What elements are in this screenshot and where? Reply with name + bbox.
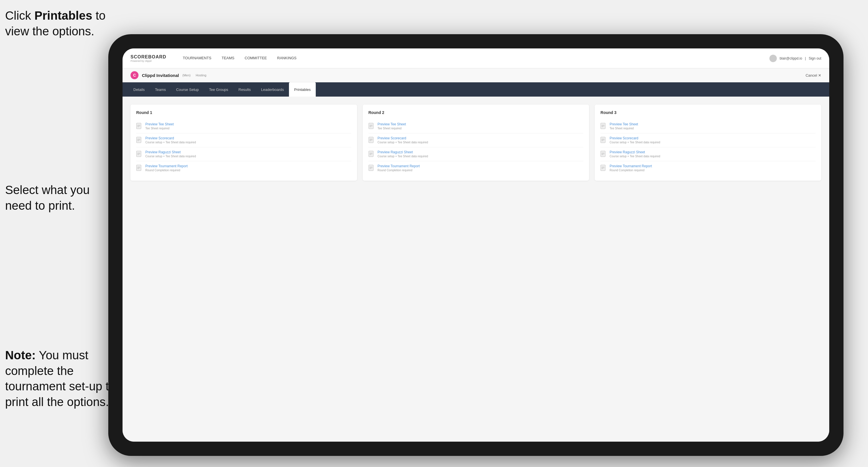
round-1-scorecard[interactable]: Preview Scorecard Course setup + Tee She… — [136, 133, 351, 147]
round-2-scorecard[interactable]: Preview Scorecard Course setup + Tee She… — [368, 133, 584, 147]
doc-icon-r2-4 — [368, 165, 375, 172]
instruction-top-text: Click Printables to view the options. — [5, 9, 105, 38]
main-content: Round 1 Preview Tee Sheet Tee Sheet requ… — [123, 97, 829, 442]
sign-out-link[interactable]: Sign out — [809, 56, 821, 60]
round-1-column: Round 1 Preview Tee Sheet Tee Sheet requ… — [130, 104, 357, 181]
round-3-scorecard-subtitle: Course setup + Tee Sheet data required — [610, 141, 660, 144]
nav-rankings[interactable]: RANKINGS — [272, 49, 302, 68]
instruction-top: Click Printables to view the options. — [5, 8, 111, 39]
round-1-scorecard-text: Preview Scorecard Course setup + Tee She… — [145, 136, 196, 144]
round-2-report-subtitle: Round Completion required — [378, 169, 420, 172]
doc-icon-r3-4 — [600, 165, 607, 172]
doc-icon-r2-2 — [368, 137, 375, 144]
nav-committee[interactable]: COMMITTEE — [240, 49, 272, 68]
round-1-tee-sheet-title[interactable]: Preview Tee Sheet — [145, 122, 174, 126]
subnav-results[interactable]: Results — [234, 82, 256, 97]
doc-icon-2 — [136, 137, 143, 144]
round-3-raguzzi-title[interactable]: Preview Raguzzi Sheet — [610, 150, 660, 154]
tournament-status: Hosting — [196, 73, 206, 77]
round-3-report-subtitle: Round Completion required — [610, 169, 652, 172]
top-nav: SCOREBOARD Powered by clippd TOURNAMENTS… — [123, 49, 829, 68]
doc-icon-r2-3 — [368, 151, 375, 158]
round-1-raguzzi-text: Preview Raguzzi Sheet Course setup + Tee… — [145, 150, 196, 158]
round-1-tournament-report[interactable]: Preview Tournament Report Round Completi… — [136, 161, 351, 175]
clippd-logo: C — [130, 71, 138, 79]
round-1-tee-sheet[interactable]: Preview Tee Sheet Tee Sheet required — [136, 119, 351, 133]
tablet-screen: SCOREBOARD Powered by clippd TOURNAMENTS… — [123, 49, 829, 442]
instruction-mid-text: Select what you need to print. — [5, 183, 90, 212]
tablet-frame: SCOREBOARD Powered by clippd TOURNAMENTS… — [108, 34, 843, 456]
separator: | — [805, 56, 806, 60]
round-3-tee-sheet-title[interactable]: Preview Tee Sheet — [610, 122, 638, 126]
doc-icon-r2-1 — [368, 123, 375, 130]
doc-icon-r3-2 — [600, 137, 607, 144]
round-3-report-title[interactable]: Preview Tournament Report — [610, 164, 652, 168]
round-2-tee-sheet-subtitle: Tee Sheet required — [378, 127, 406, 130]
round-2-raguzzi[interactable]: Preview Raguzzi Sheet Course setup + Tee… — [368, 147, 584, 161]
round-1-report-text: Preview Tournament Report Round Completi… — [145, 164, 188, 172]
doc-icon-3 — [136, 151, 143, 158]
tournament-header: C Clippd Invitational (Men) Hosting Canc… — [123, 68, 829, 82]
round-1-raguzzi-subtitle: Course setup + Tee Sheet data required — [145, 155, 196, 158]
round-1-raguzzi-title[interactable]: Preview Raguzzi Sheet — [145, 150, 196, 154]
round-2-report-title[interactable]: Preview Tournament Report — [378, 164, 420, 168]
user-avatar — [769, 55, 777, 62]
instruction-mid: Select what you need to print. — [5, 182, 111, 213]
round-1-scorecard-subtitle: Course setup + Tee Sheet data required — [145, 141, 196, 144]
user-email: blair@clippd.io — [780, 56, 802, 60]
subnav-printables[interactable]: Printables — [289, 82, 316, 97]
nav-teams[interactable]: TEAMS — [217, 49, 240, 68]
doc-icon-r3-1 — [600, 123, 607, 130]
subnav-course-setup[interactable]: Course Setup — [171, 82, 204, 97]
doc-icon-r3-3 — [600, 151, 607, 158]
logo-title: SCOREBOARD — [130, 55, 166, 60]
round-2-scorecard-title[interactable]: Preview Scorecard — [378, 136, 428, 140]
logo-sub: Powered by clippd — [130, 60, 166, 62]
round-1-tee-sheet-text: Preview Tee Sheet Tee Sheet required — [145, 122, 174, 130]
tournament-title: Clippd Invitational — [142, 73, 179, 78]
round-3-tee-sheet[interactable]: Preview Tee Sheet Tee Sheet required — [600, 119, 815, 133]
round-2-scorecard-subtitle: Course setup + Tee Sheet data required — [378, 141, 428, 144]
sub-nav: Details Teams Course Setup Tee Groups Re… — [123, 82, 829, 97]
subnav-leaderboards[interactable]: Leaderboards — [256, 82, 289, 97]
round-2-column: Round 2 Preview Tee Sheet Tee Sheet requ… — [363, 104, 589, 181]
subnav-details[interactable]: Details — [128, 82, 150, 97]
round-2-tee-sheet[interactable]: Preview Tee Sheet Tee Sheet required — [368, 119, 584, 133]
doc-icon — [136, 123, 143, 130]
round-1-raguzzi[interactable]: Preview Raguzzi Sheet Course setup + Tee… — [136, 147, 351, 161]
tournament-category: (Men) — [182, 73, 191, 77]
round-2-title: Round 2 — [368, 110, 584, 115]
round-1-title: Round 1 — [136, 110, 351, 115]
round-2-tournament-report[interactable]: Preview Tournament Report Round Completi… — [368, 161, 584, 175]
round-1-tee-sheet-subtitle: Tee Sheet required — [145, 127, 174, 130]
cancel-button[interactable]: Cancel ✕ — [806, 73, 821, 77]
instruction-bottom-text: Note: You must complete the tournament s… — [5, 348, 116, 409]
logo-area: SCOREBOARD Powered by clippd — [130, 55, 166, 62]
round-2-raguzzi-title[interactable]: Preview Raguzzi Sheet — [378, 150, 428, 154]
instruction-bottom: Note: You must complete the tournament s… — [5, 348, 125, 410]
rounds-container: Round 1 Preview Tee Sheet Tee Sheet requ… — [130, 104, 821, 181]
subnav-tee-groups[interactable]: Tee Groups — [204, 82, 234, 97]
tournament-name: C Clippd Invitational (Men) Hosting — [130, 71, 206, 79]
round-3-scorecard-title[interactable]: Preview Scorecard — [610, 136, 660, 140]
round-3-title: Round 3 — [600, 110, 815, 115]
round-3-column: Round 3 Preview Tee Sheet Tee Sheet requ… — [595, 104, 821, 181]
round-3-tee-sheet-subtitle: Tee Sheet required — [610, 127, 638, 130]
round-1-report-title[interactable]: Preview Tournament Report — [145, 164, 188, 168]
subnav-teams[interactable]: Teams — [150, 82, 171, 97]
round-3-scorecard[interactable]: Preview Scorecard Course setup + Tee She… — [600, 133, 815, 147]
printables-bold: Printables — [34, 9, 92, 22]
round-2-tee-sheet-title[interactable]: Preview Tee Sheet — [378, 122, 406, 126]
main-nav: TOURNAMENTS TEAMS COMMITTEE RANKINGS — [178, 49, 769, 68]
user-area: blair@clippd.io | Sign out — [769, 55, 821, 62]
round-2-raguzzi-subtitle: Course setup + Tee Sheet data required — [378, 155, 428, 158]
round-3-tournament-report[interactable]: Preview Tournament Report Round Completi… — [600, 161, 815, 175]
round-1-scorecard-title[interactable]: Preview Scorecard — [145, 136, 196, 140]
round-3-raguzzi-subtitle: Course setup + Tee Sheet data required — [610, 155, 660, 158]
round-1-report-subtitle: Round Completion required — [145, 169, 188, 172]
doc-icon-4 — [136, 165, 143, 172]
nav-tournaments[interactable]: TOURNAMENTS — [178, 49, 217, 68]
round-3-raguzzi[interactable]: Preview Raguzzi Sheet Course setup + Tee… — [600, 147, 815, 161]
